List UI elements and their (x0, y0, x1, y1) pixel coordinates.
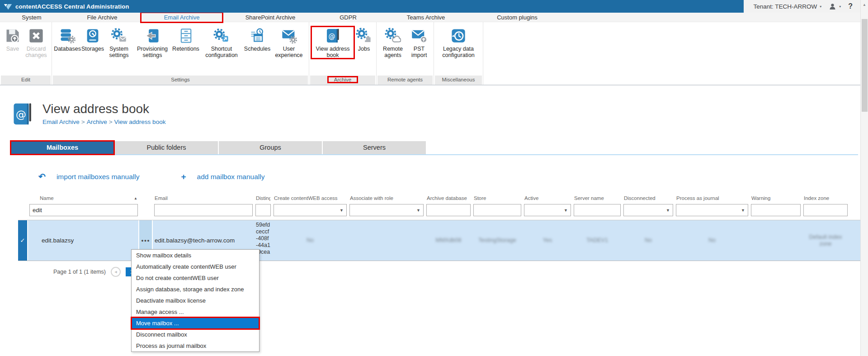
menu-item-automatically-create-contentweb-user[interactable]: Automatically create contentWEB user (132, 261, 259, 272)
header-process-as-journal[interactable]: Process as journal (675, 195, 750, 201)
chevron-down-icon: ▼ (416, 208, 420, 213)
breadcrumb: Email Archive>Archive>View address book (42, 119, 165, 125)
header-store[interactable]: Store (472, 195, 523, 201)
svg-text:@: @ (329, 32, 335, 40)
remote-agents-button[interactable]: Remote agents (379, 27, 407, 58)
header-email[interactable]: Email (153, 195, 254, 201)
tenant-selector[interactable]: Tenant: TECH-ARROW ▾ (753, 3, 821, 10)
header-active[interactable]: Active (523, 195, 572, 201)
menu-item-show-mailbox-details[interactable]: Show mailbox details (132, 250, 259, 261)
system-settings-button[interactable]: System settings (105, 27, 133, 58)
menu-tab-custom-plugins[interactable]: Custom plugins (474, 13, 561, 22)
header-associate-with-role[interactable]: Associate with role (348, 195, 425, 201)
ribbon-group-label-miscellaneous: Miscellaneous (435, 76, 482, 85)
previous-page-button[interactable]: ◄ (111, 267, 121, 277)
filter-server-name-input[interactable] (574, 204, 621, 216)
filter-name-input[interactable] (29, 204, 138, 216)
retentions-button[interactable]: Retentions (172, 27, 200, 52)
chevron-down-icon: ▼ (564, 208, 568, 213)
header-distinguished-name[interactable]: Disting (254, 195, 272, 201)
discard-icon (28, 28, 44, 44)
view-address-book-button[interactable]: @ View address book (311, 27, 354, 58)
filter-create-contentweb-select[interactable]: ▼ (274, 204, 347, 216)
header-create-contentweb-access[interactable]: Create contentWEB access (272, 195, 348, 201)
header-warning[interactable]: Warning (750, 195, 802, 201)
jobs-button[interactable]: Jobs (354, 27, 374, 52)
save-label: Save (6, 46, 19, 52)
ribbon-group-archive: @ View address book Jobs Archive (309, 22, 377, 85)
shortcut-configuration-icon (213, 28, 230, 44)
menu-item-do-not-create-contentweb-user[interactable]: Do not create contentWEB user (132, 272, 259, 284)
filter-associate-role-select[interactable]: ▼ (349, 204, 424, 216)
breadcrumb-email-archive[interactable]: Email Archive (42, 119, 80, 125)
row-active: Yes (523, 220, 572, 261)
user-menu[interactable]: ▾ (829, 3, 841, 10)
discard-changes-button[interactable]: Discard changes (23, 27, 49, 58)
filter-archive-database-input[interactable] (426, 204, 471, 216)
tab-groups[interactable]: Groups (219, 141, 322, 154)
ribbon-group-remote-agents: Remote agents PST import Remote agents (377, 22, 434, 85)
chevron-down-icon: ▼ (666, 208, 670, 213)
breadcrumb-view-address-book[interactable]: View address book (114, 119, 166, 125)
row-checkbox[interactable]: ✓ (18, 220, 28, 261)
help-button[interactable]: ? (848, 2, 853, 10)
page-title: View address book (42, 102, 165, 116)
menu-item-process-as-journal-mailbox[interactable]: Process as journal mailbox (132, 340, 259, 351)
ribbon-group-label-settings: Settings (53, 76, 308, 85)
filter-active-select[interactable]: ▼ (524, 204, 571, 216)
filter-email-input[interactable] (154, 204, 253, 216)
tab-servers[interactable]: Servers (323, 141, 426, 154)
menu-tab-teams-archive[interactable]: Teams Archive (378, 13, 474, 22)
menu-item-disconnect-mailbox[interactable]: Disconnect mailbox (132, 329, 259, 340)
save-button[interactable]: Save (2, 27, 23, 52)
provisioning-settings-button[interactable]: Provisioning settings (133, 27, 172, 58)
header-name[interactable]: Name ▲ (28, 195, 139, 201)
shortcut-configuration-button[interactable]: Shortcut configuration (200, 27, 243, 58)
header-server-name[interactable]: Server name (572, 195, 622, 201)
menu-tab-system[interactable]: System (0, 13, 63, 22)
checkmark-icon: ✓ (20, 237, 25, 244)
import-mailboxes-manually-link[interactable]: ↶ import mailboxes manually (38, 173, 139, 181)
add-mailbox-manually-link[interactable]: + add mailbox manually (181, 173, 264, 181)
menu-tab-gdpr[interactable]: GDPR (318, 13, 378, 22)
vertical-scrollbar[interactable]: ▲ (860, 0, 868, 356)
storages-button[interactable]: Storages (80, 27, 105, 52)
header-index-zone[interactable]: Index zone (802, 195, 849, 201)
menu-item-deactivate-mailbox-license[interactable]: Deactivate mailbox license (132, 295, 259, 306)
tab-mailboxes[interactable]: Mailboxes (11, 141, 114, 154)
header-archive-database[interactable]: Archive database (425, 195, 472, 201)
filter-store-input[interactable] (473, 204, 521, 216)
filter-process-journal-select[interactable]: ▼ (676, 204, 748, 216)
app-title: contentACCESS Central Administration (15, 3, 129, 10)
user-icon (829, 3, 836, 10)
menu-tab-email-archive[interactable]: Email Archive (141, 13, 222, 22)
scrollbar-thumb[interactable] (862, 19, 868, 112)
pst-import-icon (411, 28, 427, 44)
undo-arrow-icon: ↶ (38, 173, 46, 181)
user-experience-icon (281, 28, 297, 44)
filter-distinguished-input[interactable] (255, 204, 271, 216)
menu-item-assign-database-storage-index-zone[interactable]: Assign database, storage and index zone (132, 284, 259, 295)
databases-button[interactable]: Databases (54, 27, 80, 52)
schedules-icon (249, 28, 265, 44)
scroll-up-icon[interactable]: ▲ (863, 3, 866, 7)
menu-tab-sharepoint-archive[interactable]: SharePoint Archive (222, 13, 318, 22)
filter-disconnected-select[interactable]: ▼ (623, 204, 673, 216)
page-header: @ View address book Email Archive>Archiv… (13, 102, 868, 126)
schedules-button[interactable]: Schedules (243, 27, 271, 52)
menu-tab-file-archive[interactable]: File Archive (63, 13, 141, 22)
tab-public-folders[interactable]: Public folders (115, 141, 218, 154)
menu-item-manage-access[interactable]: Manage access ... (132, 306, 259, 318)
row-store: TestingStorage (472, 220, 523, 261)
header-disconnected[interactable]: Disconnected (622, 195, 675, 201)
storages-icon (85, 28, 101, 44)
menu-item-move-mailbox[interactable]: Move mailbox ... (132, 318, 259, 329)
chevron-down-icon: ▾ (839, 5, 841, 9)
row-archive-database: MMXdb08 (425, 220, 472, 261)
filter-index-zone-input[interactable] (803, 204, 848, 216)
breadcrumb-archive[interactable]: Archive (87, 119, 107, 125)
user-experience-button[interactable]: User experience (271, 27, 307, 58)
legacy-data-configuration-button[interactable]: Legacy data configuration (436, 27, 481, 58)
filter-warning-input[interactable] (751, 204, 801, 216)
pst-import-button[interactable]: PST import (407, 27, 431, 58)
